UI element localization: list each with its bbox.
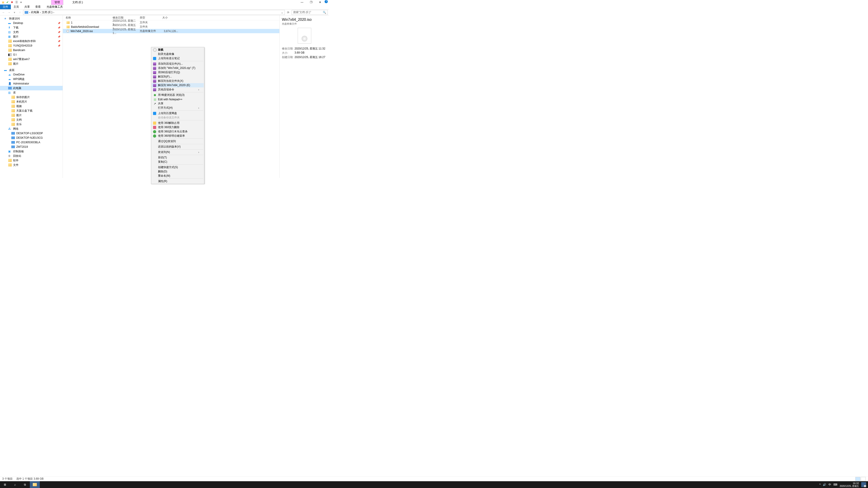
ctx-label: 刻录光盘映像 [158, 52, 174, 56]
tree-quick-access[interactable]: ★快速访问 [0, 16, 63, 21]
bc-dropdown-icon[interactable]: ⌄ [281, 11, 283, 14]
tree-network[interactable]: 🖧网络 [0, 127, 63, 131]
tree-pc4[interactable]: ZMT2019 [0, 144, 63, 149]
nav-history-dropdown[interactable]: ▾ [12, 11, 17, 14]
tab-view[interactable]: 查看 [33, 4, 43, 9]
search-input[interactable]: 搜索"文档 (E:)" 🔍 [291, 10, 328, 15]
tree-soft[interactable]: 软件 [0, 158, 63, 163]
ctx-360-trojan[interactable]: 使用 360进行木马云查杀 [152, 129, 204, 134]
ctx-add-zip[interactable]: 添加到 "Win7x64_2020.zip" (T) [152, 66, 204, 70]
tree-desktop-root[interactable]: ▬桌面 [0, 68, 63, 72]
close-button[interactable]: ✕ [315, 0, 324, 4]
tree-saved-pics[interactable]: 保存的图片 [0, 95, 63, 99]
x-red-icon[interactable]: ✖ [10, 1, 13, 4]
file-row-selected[interactable]: Win7x64_2020.iso 2020/12/25, 星期五 1... 光盘… [63, 29, 279, 33]
ctx-open-with[interactable]: 打开方式(H)› [152, 106, 204, 110]
file-row[interactable]: BaiduNetdiskDownload 2020/12/25, 星期五 1..… [63, 25, 279, 29]
tree-library[interactable]: ▥库 [0, 90, 63, 95]
tree-excel[interactable]: excel表格制作求和📌 [0, 39, 63, 43]
ctx-rename[interactable]: 重命名(M) [152, 174, 204, 178]
nav-forward[interactable]: → [7, 11, 11, 14]
ctx-mount[interactable]: 装载 [152, 48, 204, 52]
help-icon[interactable]: ? [324, 0, 328, 3]
bc-this-pc[interactable]: 此电脑 [31, 10, 39, 14]
ctx-restore-version[interactable]: 还原以前的版本(V) [152, 144, 204, 149]
ctx-send-to[interactable]: 发送到(N)› [152, 150, 204, 154]
ctx-create-shortcut[interactable]: 创建快捷方式(S) [152, 165, 204, 169]
ctx-copy[interactable]: 复制(C) [152, 160, 204, 164]
nav-pane[interactable]: ★快速访问 ▬Desktop📌 ⬇下载📌 ▤文档📌 ▦图片📌 excel表格制作… [0, 15, 63, 178]
network-icon: 🖧 [8, 127, 12, 130]
tree-onedrive[interactable]: ☁OneDrive [0, 72, 63, 77]
tree-skydl[interactable]: 天翼云盘下载 [0, 108, 63, 113]
tree-control-panel[interactable]: ▣控制面板 [0, 149, 63, 154]
minimize-button[interactable]: — [298, 0, 307, 4]
ctx-baidu-upload[interactable]: 上传到百度网盘 [152, 111, 204, 116]
tree-recycle[interactable]: 🗑回收站 [0, 154, 63, 158]
ctx-delete[interactable]: 删除(D) [152, 169, 204, 174]
tree-pics3[interactable]: 图片 [0, 113, 63, 118]
ctx-notepad[interactable]: ▤Edit with Notepad++ [152, 97, 204, 101]
tree-pc2[interactable]: DESKTOP-NJEU3CG [0, 135, 63, 140]
bc-drive[interactable]: 文档 (E:) [42, 10, 53, 14]
ctx-add-archive[interactable]: 添加到压缩文件(A)... [152, 62, 204, 66]
dropdown-icon[interactable]: ☰ [15, 1, 18, 4]
ctx-burn[interactable]: 刻录光盘映像 [152, 52, 204, 56]
cloud-icon: ☁ [8, 73, 12, 76]
checkmark-icon[interactable]: ✔ [6, 1, 9, 4]
tree-pc3[interactable]: PC-20190530OBLA [0, 140, 63, 144]
tree-documents[interactable]: ▤文档📌 [0, 30, 63, 34]
ctx-bee-browser[interactable]: ⬢用 蜂蜜浏览器 浏览(3) [152, 93, 204, 97]
ctx-other-compress[interactable]: 其他压缩命令› [152, 88, 204, 92]
nav-up[interactable]: ↑ [18, 11, 22, 14]
contextual-tab[interactable]: 管理 [51, 0, 63, 5]
ctx-label: 解压到当前文件夹(X) [158, 79, 183, 83]
tree-pics2[interactable]: 图片 [0, 61, 63, 66]
file-row[interactable]: 1 2020/12/15, 星期二 1... 文件夹 [63, 20, 279, 25]
details-title: Win7x64_2020.iso [282, 18, 327, 22]
tab-disc-tools[interactable]: 光盘映像工具 [44, 4, 66, 9]
file-size: 3,874,126... [162, 30, 180, 33]
ctx-360-unlock[interactable]: 使用 360解除占用 [152, 121, 204, 125]
maximize-button[interactable]: ❐ [307, 0, 315, 4]
tree-pc1[interactable]: DESKTOP-LSSOEDP [0, 131, 63, 135]
col-name[interactable]: 名称 [63, 16, 113, 20]
breadcrumb[interactable]: › 此电脑 › 文档 (E:) › ⌄ [23, 10, 285, 15]
tree-videos[interactable]: 视频 [0, 104, 63, 108]
tab-home[interactable]: 主页 [11, 4, 22, 9]
qat-more-icon[interactable]: ▾ [20, 1, 23, 4]
ctx-extract-to[interactable]: 解压到 Win7x64_2020\ (E) [152, 83, 204, 88]
col-size[interactable]: 大小 [162, 16, 180, 20]
tree-files[interactable]: 文件 [0, 163, 63, 167]
ctx-360-force-delete[interactable]: 使用 360强力删除 [152, 125, 204, 129]
ctx-qq-send[interactable]: 通过QQ发送到 [152, 139, 204, 143]
ctx-extract[interactable]: 解压到(F)... [152, 74, 204, 79]
tree-label: WPS网盘 [13, 77, 25, 81]
tree-wps[interactable]: ☁WPS网盘 [0, 77, 63, 81]
tree-downloads[interactable]: ⬇下载📌 [0, 25, 63, 30]
ctx-share[interactable]: ↗共享 [152, 101, 204, 106]
tree-desktop[interactable]: ▬Desktop📌 [0, 21, 63, 25]
tab-share[interactable]: 共享 [22, 4, 33, 9]
file-list-area: 名称 修改日期 类型 大小 1 2020/12/15, 星期二 1... 文件夹… [63, 15, 279, 178]
ctx-extract-here[interactable]: 解压到当前文件夹(X) [152, 79, 204, 83]
ctx-cut[interactable]: 剪切(T) [152, 156, 204, 160]
ctx-properties[interactable]: 属性(R) [152, 179, 204, 184]
ctx-youdao[interactable]: 上传到有道云笔记 [152, 56, 204, 61]
nav-back[interactable]: ← [1, 11, 6, 14]
tree-admin[interactable]: 👤Administrator [0, 81, 63, 86]
tree-yunqishi[interactable]: YUNQISHI2019📌 [0, 43, 63, 48]
tree-docs2[interactable]: 文档 [0, 118, 63, 122]
ctx-360-manage[interactable]: 使用 360管理右键菜单 [152, 134, 204, 138]
tree-bandicam[interactable]: Bandicam [0, 48, 63, 53]
tree-local-pics[interactable]: 本机照片 [0, 99, 63, 104]
col-type[interactable]: 类型 [140, 16, 162, 20]
tree-win7re[interactable]: win7重装win7 [0, 57, 63, 61]
tree-music[interactable]: 音乐 [0, 122, 63, 127]
tree-pictures[interactable]: ▦图片📌 [0, 34, 63, 39]
tree-gdrive[interactable]: ▮G:\ [0, 53, 63, 57]
ctx-open-360[interactable]: 用360压缩打开(Q) [152, 70, 204, 74]
tab-file[interactable]: 文件 [0, 4, 11, 9]
refresh-button[interactable]: ⟳ [286, 11, 291, 14]
tree-this-pc[interactable]: 此电脑 [0, 86, 63, 90]
